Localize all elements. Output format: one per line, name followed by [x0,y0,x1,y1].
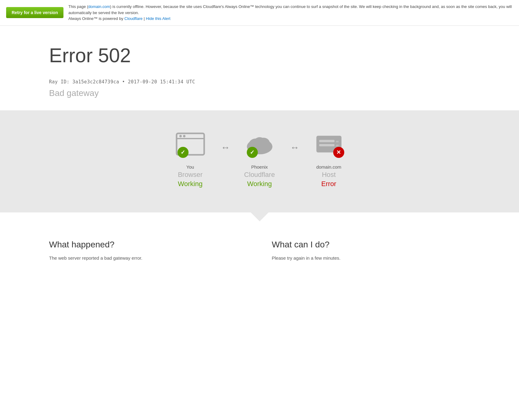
error-subtitle: Bad gateway [49,88,519,98]
hide-alert-link[interactable]: Hide this Alert [146,16,170,21]
diagram-item-host: ✕ domain.com Host Error [301,129,357,188]
info-right: What can I do? Please try again in a few… [272,240,470,262]
arrow-2: ↔ [290,142,298,153]
diagram-row: ✓ You Browser Working ↔ ✓ Phoenix Cloudf… [163,129,357,188]
svg-rect-10 [319,144,334,146]
svg-rect-11 [336,141,338,142]
svg-point-3 [183,135,185,137]
separator: | [144,16,146,21]
cloudflare-link[interactable]: Cloudflare [124,16,143,21]
cloudflare-status: Working [247,180,272,188]
diagram-notch [250,212,269,221]
host-main-label: Host [322,171,336,179]
info-section: What happened? The web server reported a… [0,221,519,280]
host-status: Error [321,180,336,188]
notch-container [0,212,519,221]
error-section: Error 502 Ray ID: 3a15e3c2c84739ca • 201… [0,26,519,110]
cloud-icon-wrapper: ✓ [241,129,278,159]
alert-banner: Retry for a live version This page (doma… [0,0,519,26]
host-status-badge: ✕ [333,147,344,158]
svg-rect-12 [336,144,338,146]
cloudflare-main-label: Cloudflare [244,171,275,179]
host-top-label: domain.com [316,164,342,170]
svg-point-7 [254,137,265,147]
browser-main-label: Browser [178,171,203,179]
alert-message-start: This page ( [68,4,88,9]
what-happened-text: The web server reported a bad gateway er… [49,254,247,262]
retry-button[interactable]: Retry for a live version [6,7,63,18]
cloudflare-status-badge: ✓ [247,147,258,158]
alert-message-middle: ) is currently offline. However, because… [68,4,512,15]
what-can-i-do-text: Please try again in a few minutes. [272,254,470,262]
arrow-1: ↔ [221,142,229,153]
what-can-i-do-heading: What can I do? [272,240,470,250]
diagram-item-browser: ✓ You Browser Working [163,129,218,188]
error-title: Error 502 [49,44,519,67]
what-happened-heading: What happened? [49,240,247,250]
diagram-item-cloudflare: ✓ Phoenix Cloudflare Working [232,129,287,188]
browser-status: Working [178,180,202,188]
powered-by-text: Always Online™ is powered by [68,16,123,21]
domain-link[interactable]: domain.com [88,4,110,9]
browser-icon-wrapper: ✓ [172,129,209,159]
svg-point-2 [179,135,182,137]
ray-id: Ray ID: 3a15e3c2c84739ca • 2017-09-20 15… [49,79,519,85]
browser-status-badge: ✓ [177,147,189,158]
server-icon-wrapper: ✕ [311,129,347,159]
info-left: What happened? The web server reported a… [49,240,247,262]
alert-text: This page (domain.com) is currently offl… [68,4,513,22]
svg-rect-9 [319,140,334,142]
diagram-section: ✓ You Browser Working ↔ ✓ Phoenix Cloudf… [0,110,519,212]
browser-top-label: You [186,164,194,170]
cloudflare-top-label: Phoenix [251,164,268,170]
